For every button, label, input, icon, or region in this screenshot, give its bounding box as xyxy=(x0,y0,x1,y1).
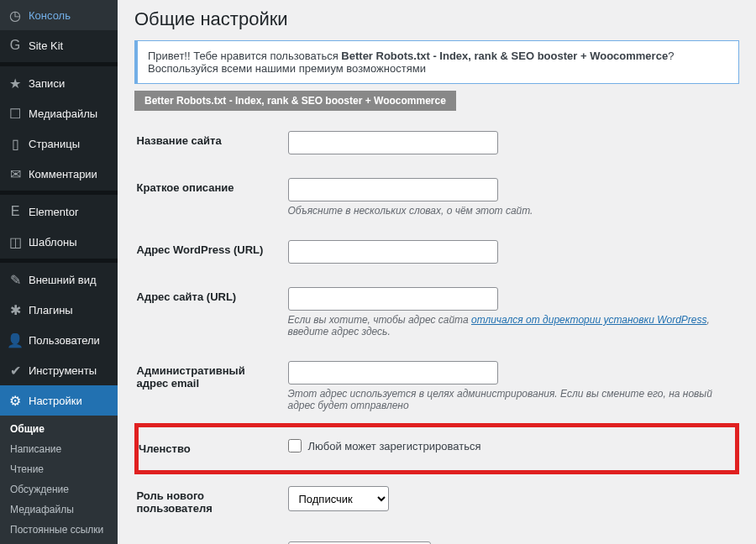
submenu-чтение[interactable]: Чтение xyxy=(0,459,118,479)
membership-checkbox-label[interactable]: Любой может зарегистрироваться xyxy=(288,439,727,452)
wpurl-label: Адрес WordPress (URL) xyxy=(137,228,280,275)
settings-submenu: ОбщиеНаписаниеЧтениеОбсуждениеМедиафайлы… xyxy=(0,416,118,544)
submenu-постоянные ссылки[interactable]: Постоянные ссылки xyxy=(0,520,118,540)
site-title-label: Название сайта xyxy=(137,119,280,166)
lang-label: Язык сайта xyxy=(137,530,280,544)
default-role-label: Роль нового пользователя xyxy=(137,473,280,531)
tagline-label: Краткое описание xyxy=(137,166,280,228)
tagline-desc: Объясните в нескольких словах, о чём это… xyxy=(288,205,729,217)
admin-sidebar: ◷КонсольGSite Kit★Записи☐Медиафайлы▯Стра… xyxy=(0,0,118,544)
menu-записи[interactable]: ★Записи xyxy=(0,68,118,98)
tagline-input[interactable] xyxy=(288,178,498,201)
site-title-input[interactable] xyxy=(288,131,498,154)
menu-пользователи[interactable]: 👤Пользователи xyxy=(0,325,118,355)
menu-icon: ★ xyxy=(7,75,24,92)
menu-icon: ⚙ xyxy=(7,392,24,409)
submenu-конфиденциальность[interactable]: Конфиденциальность xyxy=(0,540,118,544)
admin-email-desc: Этот адрес используется в целях админист… xyxy=(288,388,729,411)
admin-email-label: Административный адрес email xyxy=(137,349,280,426)
menu-медиафайлы[interactable]: ☐Медиафайлы xyxy=(0,98,118,128)
admin-email-input[interactable] xyxy=(288,361,498,384)
menu-комментарии[interactable]: ✉Комментарии xyxy=(0,159,118,189)
siteurl-desc: Если вы хотите, чтобы адрес сайта отлича… xyxy=(288,314,729,337)
menu-icon: G xyxy=(7,37,24,54)
menu-site-kit[interactable]: GSite Kit xyxy=(0,30,118,60)
main-content: Общие настройки Привет!! Тебе нравится п… xyxy=(118,0,756,544)
menu-плагины[interactable]: ✱Плагины xyxy=(0,295,118,325)
wpurl-input[interactable] xyxy=(288,240,498,264)
menu-icon: ◷ xyxy=(7,7,24,24)
plugin-notice: Привет!! Тебе нравится пользоваться Bett… xyxy=(134,40,739,84)
menu-icon: ☐ xyxy=(7,105,24,122)
membership-row-highlight: Членство Любой может зарегистрироваться xyxy=(137,426,738,473)
tab-better-robots[interactable]: Better Robots.txt - Index, rank & SEO bo… xyxy=(134,91,456,111)
tab-bar: Better Robots.txt - Index, rank & SEO bo… xyxy=(134,91,739,111)
menu-icon: 👤 xyxy=(7,332,24,348)
menu-инструменты[interactable]: ✔Инструменты xyxy=(0,355,118,385)
menu-внешний-вид[interactable]: ✎Внешний вид xyxy=(0,264,118,295)
menu-icon: E xyxy=(7,203,24,220)
page-title: Общие настройки xyxy=(134,8,739,30)
membership-checkbox[interactable] xyxy=(288,439,302,452)
membership-label: Членство xyxy=(137,426,280,473)
menu-icon: ✉ xyxy=(7,165,24,182)
siteurl-input[interactable] xyxy=(288,287,498,311)
submenu-общие[interactable]: Общие xyxy=(0,419,118,439)
menu-настройки[interactable]: ⚙Настройки xyxy=(0,385,118,416)
menu-icon: ◫ xyxy=(7,233,24,250)
submenu-обсуждение[interactable]: Обсуждение xyxy=(0,479,118,500)
menu-страницы[interactable]: ▯Страницы xyxy=(0,128,118,159)
menu-icon: ✎ xyxy=(7,271,24,288)
submenu-написание[interactable]: Написание xyxy=(0,439,118,459)
menu-icon: ▯ xyxy=(7,135,24,152)
settings-form: Название сайта Краткое описание Объяснит… xyxy=(134,119,739,544)
siteurl-desc-link[interactable]: отличался от директории установки WordPr… xyxy=(471,314,707,326)
submenu-медиафайлы[interactable]: Медиафайлы xyxy=(0,500,118,520)
menu-elementor[interactable]: EElementor xyxy=(0,196,118,227)
siteurl-label: Адрес сайта (URL) xyxy=(137,275,280,349)
menu-icon: ✱ xyxy=(7,301,24,318)
menu-шаблоны[interactable]: ◫Шаблоны xyxy=(0,227,118,257)
default-role-select[interactable]: Подписчик xyxy=(288,486,389,511)
menu-консоль[interactable]: ◷Консоль xyxy=(0,0,118,30)
menu-icon: ✔ xyxy=(7,362,24,379)
